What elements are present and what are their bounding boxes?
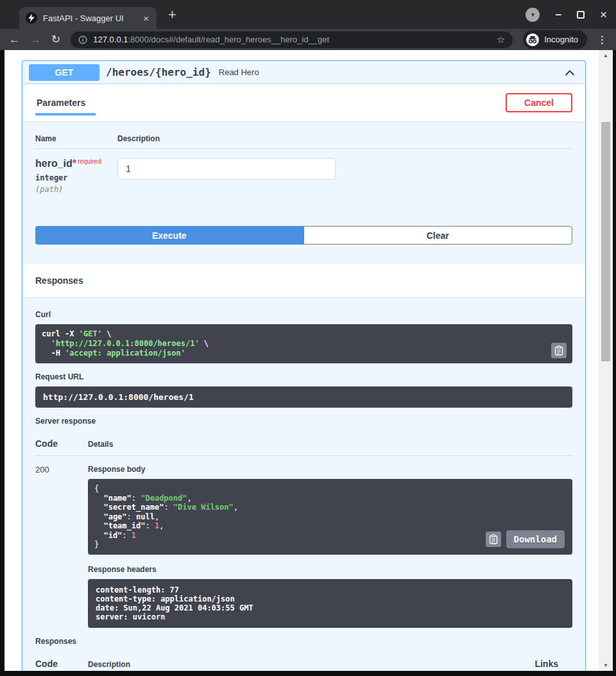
response-status-code: 200 <box>35 465 88 628</box>
browser-toolbar: ← → ↻ 127.0.0.1:8000/docs#/default/read_… <box>0 29 616 50</box>
clipboard-icon <box>489 534 498 544</box>
request-url-label: Request URL <box>35 372 572 381</box>
opblock-get-heroes: GET /heroes/{hero_id} Read Hero Paramete… <box>22 60 586 671</box>
description-column-header: Description <box>88 660 130 669</box>
parameters-table: Name Description hero_id*required intege… <box>22 121 585 194</box>
clear-button[interactable]: Clear <box>304 226 573 245</box>
scroll-down-arrow-icon[interactable]: ▼ <box>599 663 613 668</box>
param-value-cell <box>117 158 336 194</box>
collapse-chevron-icon[interactable] <box>565 69 575 76</box>
required-label: required <box>78 158 101 165</box>
tab-search-button[interactable]: ▾ <box>526 8 540 22</box>
responses-table-label: Responses <box>35 637 572 646</box>
browser-window: FastAPI - Swagger UI × + ▾ – × ← → ↻ 127… <box>0 0 616 676</box>
param-type: integer <box>35 173 117 182</box>
scroll-up-arrow-icon[interactable]: ▲ <box>599 53 613 58</box>
tab-parameters[interactable]: Parameters <box>35 98 96 116</box>
links-column-header: Links <box>535 659 572 669</box>
browser-titlebar: FastAPI - Swagger UI × + ▾ – × <box>0 0 616 29</box>
endpoint-summary: Read Hero <box>219 67 259 77</box>
url-bar[interactable]: 127.0.0.1:8000/docs#/default/read_hero_h… <box>71 31 513 48</box>
url-path: :8000/docs#/default/read_hero_heroes__he… <box>128 35 329 44</box>
tab-title: FastAPI - Swagger UI <box>43 13 142 23</box>
incognito-icon <box>526 33 539 46</box>
response-headers-code: content-length: 77content-type: applicat… <box>88 579 572 628</box>
content-frame: GET /heroes/{hero_id} Read Hero Paramete… <box>0 50 616 676</box>
overflow-menu-button[interactable]: ⋮ <box>597 34 607 46</box>
cancel-button[interactable]: Cancel <box>506 93 572 112</box>
param-name: hero_id*required <box>35 158 117 169</box>
responses-section-header: Responses <box>22 264 585 297</box>
curl-label: Curl <box>35 310 572 319</box>
url-host: 127.0.0.1 <box>93 35 128 44</box>
back-button[interactable]: ← <box>9 34 20 45</box>
maximize-button[interactable] <box>577 11 585 19</box>
execute-button[interactable]: Execute <box>35 226 304 245</box>
url-text[interactable]: 127.0.0.1:8000/docs#/default/read_hero_h… <box>93 35 491 44</box>
server-response-table-header: Code Details <box>35 431 572 456</box>
tab-close-icon[interactable]: × <box>142 13 150 24</box>
param-location: (path) <box>35 185 117 194</box>
curl-command-block: curl -X 'GET' \ 'http://127.0.0.1:8000/h… <box>35 324 572 363</box>
window-controls: ▾ – × <box>526 0 607 29</box>
required-star: * <box>73 158 76 169</box>
execute-button-group: Execute Clear <box>22 194 585 264</box>
opblock-summary[interactable]: GET /heroes/{hero_id} Read Hero <box>22 61 585 84</box>
browser-tab[interactable]: FastAPI - Swagger UI × <box>19 7 157 29</box>
new-tab-button[interactable]: + <box>168 6 176 23</box>
parameters-section-header: Parameters Cancel <box>22 84 585 121</box>
scrollbar-thumb[interactable] <box>601 122 610 361</box>
code-column-header: Code <box>35 438 88 449</box>
copy-response-button[interactable] <box>486 532 501 547</box>
param-value-input[interactable] <box>117 158 336 180</box>
param-name-cell: hero_id*required integer (path) <box>35 158 117 194</box>
forward-button[interactable]: → <box>30 34 41 45</box>
fastapi-favicon-bolt-icon <box>26 12 37 24</box>
incognito-badge: Incognito <box>523 30 587 49</box>
server-response-label: Server response <box>35 417 572 426</box>
responses-title: Responses <box>35 275 83 286</box>
response-headers-label: Response headers <box>88 565 572 574</box>
incognito-label: Incognito <box>544 35 578 44</box>
minimize-button[interactable]: – <box>555 12 561 18</box>
response-details-cell: Response body { "name": "Deadpond", "sec… <box>88 465 572 628</box>
name-column-header: Name <box>35 134 117 143</box>
swagger-page: GET /heroes/{hero_id} Read Hero Paramete… <box>4 50 599 671</box>
bookmark-star-icon[interactable]: ☆ <box>497 34 505 46</box>
responses-body: Curl curl -X 'GET' \ 'http://127.0.0.1:8… <box>22 297 585 671</box>
request-url-value: http://127.0.0.1:8000/heroes/1 <box>35 386 572 408</box>
close-window-button[interactable]: × <box>600 8 607 21</box>
download-button[interactable]: Download <box>506 530 565 548</box>
response-body-label: Response body <box>88 465 572 474</box>
page-scrollbar[interactable]: ▲ ▼ <box>599 50 613 671</box>
details-column-header: Details <box>88 440 113 449</box>
table-row: hero_id*required integer (path) <box>35 149 572 194</box>
responses-table-header: Code Description Links <box>35 651 572 672</box>
clipboard-icon <box>554 345 563 356</box>
info-icon[interactable] <box>78 35 87 44</box>
chevron-down-icon: ▾ <box>531 11 535 18</box>
code-column-header: Code <box>35 659 88 669</box>
endpoint-path: /heroes/{hero_id} <box>106 66 211 78</box>
method-badge: GET <box>29 64 99 81</box>
copy-curl-button[interactable] <box>551 343 567 358</box>
server-response-row: 200 Response body { "name": "Deadpond", … <box>35 456 572 628</box>
description-column-header: Description <box>117 134 160 143</box>
parameters-table-header: Name Description <box>35 126 572 149</box>
response-body-code: { "name": "Deadpond", "secret_name": "Di… <box>88 479 572 555</box>
response-body-controls: Download <box>486 530 565 548</box>
reload-button[interactable]: ↻ <box>51 34 60 45</box>
